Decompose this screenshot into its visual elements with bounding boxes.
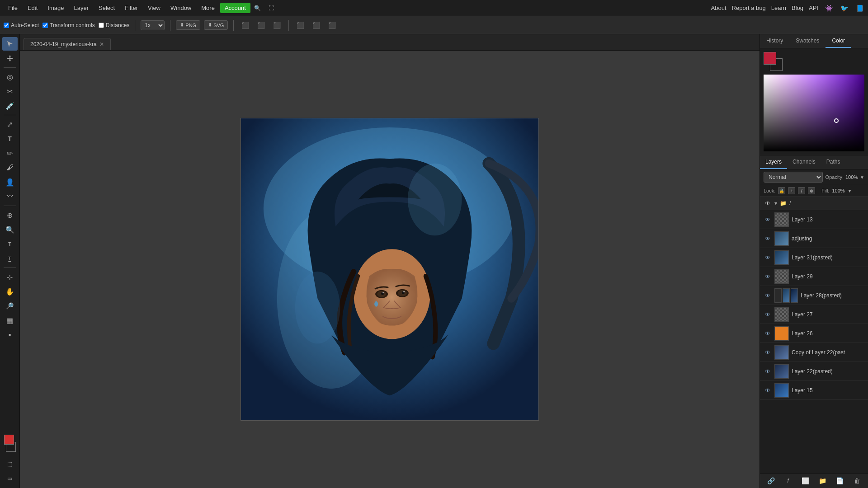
svg-export-button[interactable]: ⬇ SVG <box>204 20 228 30</box>
layer-22-eye[interactable]: 👁 <box>764 367 772 375</box>
reddit-icon[interactable]: 👾 <box>824 3 834 13</box>
screen-mode-button[interactable]: ▭ <box>2 472 18 485</box>
api-link[interactable]: API <box>809 5 818 11</box>
menu-account[interactable]: Account <box>220 3 250 13</box>
fill-tool-button[interactable]: ▪ <box>2 328 18 342</box>
layer-item-29[interactable]: 👁 Layer 29 <box>760 267 868 286</box>
menu-image[interactable]: Image <box>43 3 68 13</box>
layer-item-15[interactable]: 👁 Layer 15 <box>760 381 868 400</box>
menu-file[interactable]: File <box>4 3 22 13</box>
pen-tool-button[interactable]: ✏ <box>2 146 18 160</box>
layer-29-eye[interactable]: 👁 <box>764 272 772 281</box>
tab-close-button[interactable]: ✕ <box>99 41 104 47</box>
align-left-button[interactable]: ⬛ <box>239 21 251 30</box>
layer-item-28[interactable]: 👁 Layer 28(pasted) <box>760 286 868 305</box>
quick-mask-button[interactable]: ⬚ <box>2 457 18 471</box>
layer-26-eye[interactable]: 👁 <box>764 329 772 338</box>
menu-layer[interactable]: Layer <box>70 3 94 13</box>
swatches-tab[interactable]: Swatches <box>789 34 826 48</box>
blend-mode-select[interactable]: Normal Multiply Screen Overlay Darken Li… <box>764 172 823 183</box>
stamp-tool-button[interactable]: 👤 <box>2 175 18 189</box>
auto-select-checkbox[interactable] <box>4 23 9 28</box>
folder-eye[interactable]: 👁 <box>764 199 772 207</box>
eyedropper-tool-button[interactable]: 💉 <box>2 99 18 113</box>
crop-tool-button[interactable]: ✂ <box>2 84 18 98</box>
color-gradient-picker[interactable] <box>764 75 864 151</box>
layer-item-22[interactable]: 👁 Layer 22(pasted) <box>760 362 868 381</box>
fill-dropdown[interactable]: ▼ <box>848 188 852 193</box>
layer-27-eye[interactable]: 👁 <box>764 310 772 319</box>
layer-13-eye[interactable]: 👁 <box>764 216 772 224</box>
lock-all-button[interactable]: / <box>798 187 805 194</box>
png-export-button[interactable]: ⬇ PNG <box>176 20 200 30</box>
layer-item-adj[interactable]: 👁 adjustng <box>760 229 868 248</box>
distribute-v-button[interactable]: ⬛ <box>310 21 322 30</box>
color-tab[interactable]: Color <box>826 34 851 48</box>
lasso-tool-button[interactable]: ◎ <box>2 70 18 84</box>
move-tool-button[interactable] <box>2 52 18 65</box>
canvas-area[interactable] <box>20 51 760 488</box>
fx-button[interactable]: f <box>783 476 793 486</box>
about-link[interactable]: About <box>711 5 726 11</box>
layer-item-26[interactable]: 👁 Layer 26 <box>760 324 868 343</box>
smudge-tool-button[interactable]: 〰 <box>2 190 18 203</box>
new-group-button[interactable]: 📁 <box>818 476 828 486</box>
lock-extra-button[interactable]: ⊕ <box>808 187 815 194</box>
history-tab[interactable]: History <box>760 34 789 48</box>
learn-link[interactable]: Learn <box>771 5 786 11</box>
menu-view[interactable]: View <box>143 3 165 13</box>
zoom-out-button[interactable]: 🔎 <box>2 299 18 313</box>
zoom-select[interactable]: 1x2x0.5x <box>141 20 165 30</box>
canvas-tab[interactable]: 2020-04-19_mysterious-kra ✕ <box>24 38 111 50</box>
channels-tab[interactable]: Channels <box>787 155 821 169</box>
search-icon[interactable]: 🔍 <box>251 2 264 14</box>
fullscreen-icon[interactable]: ⛶ <box>265 2 278 14</box>
layer-root-folder[interactable]: 👁 ▾ 📁 / <box>760 197 868 210</box>
layer-22copy-eye[interactable]: 👁 <box>764 348 772 357</box>
gradient-tool-button[interactable]: ▦ <box>2 314 18 327</box>
layer-28-eye[interactable]: 👁 <box>764 291 772 300</box>
layers-tab[interactable]: Layers <box>760 155 787 169</box>
layer-item-31[interactable]: 👁 Layer 31(pasted) <box>760 248 868 267</box>
paths-tab[interactable]: Paths <box>821 155 846 169</box>
select-tool-button[interactable] <box>2 37 18 51</box>
foreground-color-swatch[interactable] <box>4 435 14 445</box>
layer-item-27[interactable]: 👁 Layer 27 <box>760 305 868 324</box>
delete-layer-button[interactable]: 🗑 <box>852 476 862 486</box>
text-tool-button[interactable]: T <box>2 132 18 145</box>
menu-more[interactable]: More <box>197 3 219 13</box>
align-center-button[interactable]: ⬛ <box>255 21 267 30</box>
twitter-icon[interactable]: 🐦 <box>839 3 849 13</box>
distribute-h-button[interactable]: ⬛ <box>294 21 307 30</box>
menu-window[interactable]: Window <box>166 3 196 13</box>
add-mask-button[interactable]: ⬜ <box>800 476 810 486</box>
layer-adj-eye[interactable]: 👁 <box>764 235 772 243</box>
opacity-dropdown[interactable]: ▼ <box>860 175 864 180</box>
more-options-button[interactable]: ⬛ <box>326 21 338 30</box>
menu-select[interactable]: Select <box>94 3 119 13</box>
facebook-icon[interactable]: 📘 <box>854 3 864 13</box>
align-right-button[interactable]: ⬛ <box>271 21 283 30</box>
link-layers-button[interactable]: 🔗 <box>766 476 776 486</box>
menu-filter[interactable]: Filter <box>120 3 142 13</box>
brush-tool-button[interactable]: 🖌 <box>2 161 18 174</box>
puppet-warp-button[interactable]: ⊹ <box>2 270 18 284</box>
report-bug-link[interactable]: Report a bug <box>732 5 766 11</box>
healing-tool-button[interactable]: ⊕ <box>2 208 18 222</box>
menu-edit[interactable]: Edit <box>23 3 42 13</box>
lock-position-button[interactable]: + <box>788 187 795 194</box>
layer-item-13[interactable]: 👁 Layer 13 <box>760 210 868 229</box>
layer-31-eye[interactable]: 👁 <box>764 253 772 262</box>
fg-color-box[interactable] <box>764 52 776 65</box>
new-layer-button[interactable]: 📄 <box>835 476 845 486</box>
transform-tool-button[interactable]: ⤢ <box>2 117 18 131</box>
transform-controls-checkbox[interactable] <box>42 23 48 28</box>
lock-pixels-button[interactable]: 🔒 <box>778 187 785 194</box>
text-type-button[interactable]: T <box>2 237 18 251</box>
layer-item-22copy[interactable]: 👁 Copy of Layer 22(past <box>760 343 868 362</box>
hand-tool-button[interactable]: ✋ <box>2 285 18 298</box>
layer-15-eye[interactable]: 👁 <box>764 386 772 394</box>
distances-checkbox[interactable] <box>99 23 104 28</box>
text-vertical-button[interactable]: T̲ <box>2 252 18 265</box>
zoom-tool-button[interactable]: 🔍 <box>2 223 18 236</box>
